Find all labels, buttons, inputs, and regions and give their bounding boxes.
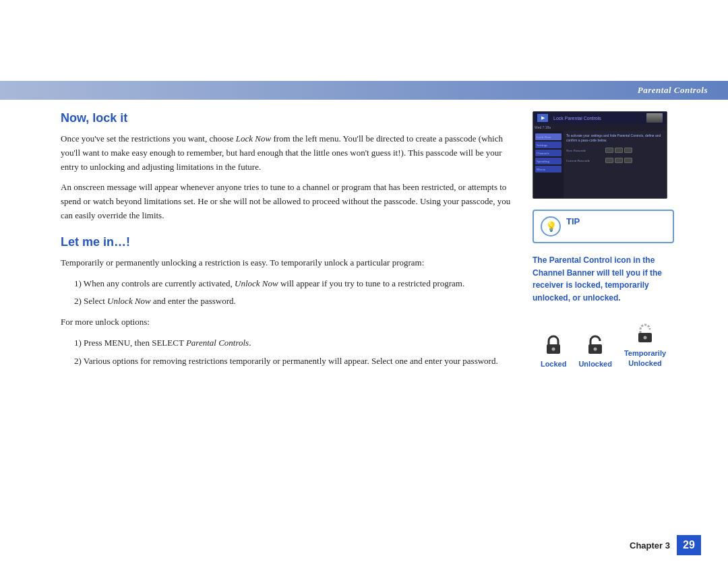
passcode-box bbox=[615, 148, 623, 153]
header-bar: Parental Controls bbox=[0, 81, 728, 100]
section-now-lock-it: Now, lock it Once you've set the restric… bbox=[61, 111, 512, 223]
passcode-box bbox=[624, 148, 632, 153]
tip-text-emphasis: The Parental Control icon in the Channel… bbox=[533, 255, 662, 303]
sidebar-item-locknow: Lock Now bbox=[535, 133, 562, 140]
screenshot-field-boxes1 bbox=[605, 148, 632, 153]
unlocked-label: Unlocked bbox=[578, 360, 612, 368]
screenshot-logo: ▶ bbox=[537, 114, 548, 122]
for-more-text: For more unlock options: bbox=[61, 315, 512, 330]
temp-unlocked-label: TemporarilyUnlocked bbox=[624, 348, 666, 368]
passcode-box bbox=[605, 158, 613, 163]
header-title: Parental Controls bbox=[638, 85, 708, 96]
screenshot-topbar-text: Lock Parental Controls bbox=[553, 116, 601, 121]
section2-intro: Temporarily or permanently unlocking a r… bbox=[61, 256, 512, 270]
section-let-me-in: Let me in…! Temporarily or permanently u… bbox=[61, 235, 512, 369]
screenshot-field-row2: Current Passcode bbox=[566, 158, 664, 163]
locked-icon bbox=[541, 333, 566, 357]
list-num: 1) bbox=[74, 278, 84, 288]
page-number: 29 bbox=[683, 539, 695, 551]
sidebar-item-movie: Movie bbox=[535, 166, 562, 173]
screenshot-instruction: To activate your settings and hide Paren… bbox=[566, 133, 664, 143]
section2-list2: 1) Press MENU, then SELECT Parental Cont… bbox=[74, 336, 512, 369]
screenshot-date: Wed 7:18a bbox=[533, 124, 667, 131]
screenshot-sidebar: Lock Now Settings Channels Spending Movi… bbox=[533, 131, 564, 198]
screenshot-field-label1: New Passcode bbox=[566, 149, 603, 152]
tip-icon: 💡 bbox=[541, 216, 561, 237]
sidebar-item-settings: Settings bbox=[535, 142, 562, 148]
screenshot-body: Lock Now Settings Channels Spending Movi… bbox=[533, 131, 667, 198]
tip-box: 💡 TIP bbox=[533, 210, 674, 243]
list-num: 1) bbox=[74, 338, 84, 348]
tip-label: TIP bbox=[566, 216, 580, 226]
content-area: Now, lock it Once you've set the restric… bbox=[61, 111, 674, 508]
passcode-box bbox=[615, 158, 623, 163]
svg-point-1 bbox=[552, 347, 555, 350]
list-item: 1) When any controls are currently activ… bbox=[74, 277, 512, 291]
screenshot-field-boxes2 bbox=[605, 158, 632, 163]
list-num: 2) bbox=[74, 296, 84, 306]
screenshot-inner: ▶ Lock Parental Controls Wed 7:18a Lock … bbox=[533, 112, 667, 198]
section2-heading: Let me in…! bbox=[61, 235, 512, 249]
locked-label: Locked bbox=[541, 360, 567, 368]
temp-unlocked-icon-item: TemporarilyUnlocked bbox=[624, 321, 666, 368]
screenshot-main: To activate your settings and hide Paren… bbox=[564, 131, 667, 198]
section1-para2: An onscreen message will appear whenever… bbox=[61, 181, 512, 222]
page-number-box: 29 bbox=[677, 535, 701, 555]
screenshot-field-row1: New Passcode bbox=[566, 148, 664, 153]
section1-heading: Now, lock it bbox=[61, 111, 512, 125]
right-column: ▶ Lock Parental Controls Wed 7:18a Lock … bbox=[533, 111, 674, 508]
temp-unlocked-icon bbox=[633, 321, 657, 346]
unlocked-icon-item: Unlocked bbox=[578, 333, 612, 368]
svg-point-5 bbox=[644, 336, 647, 340]
tip-text: The Parental Control icon in the Channel… bbox=[533, 254, 674, 304]
chapter-word: Chapter bbox=[630, 540, 663, 551]
lightbulb-icon: 💡 bbox=[545, 221, 557, 232]
list-item: 2) Various options for removing restrict… bbox=[74, 354, 512, 369]
bottom-bar: Chapter 3 29 bbox=[0, 528, 728, 562]
unlocked-icon bbox=[583, 333, 607, 357]
locked-icon-item: Locked bbox=[541, 333, 567, 368]
section2-list1: 1) When any controls are currently activ… bbox=[74, 277, 512, 309]
passcode-box bbox=[605, 148, 613, 153]
chapter-number: 3 bbox=[665, 540, 670, 551]
chapter-label: Chapter 3 bbox=[630, 540, 670, 551]
screenshot-topbar: ▶ Lock Parental Controls bbox=[533, 112, 667, 124]
list-item: 2) Select Unlock Now and enter the passw… bbox=[74, 294, 512, 309]
left-column: Now, lock it Once you've set the restric… bbox=[61, 111, 512, 508]
section1-para1: Once you've set the restrictions you wan… bbox=[61, 132, 512, 174]
svg-point-3 bbox=[594, 347, 597, 350]
screenshot-box: ▶ Lock Parental Controls Wed 7:18a Lock … bbox=[533, 111, 667, 199]
sidebar-item-channels: Channels bbox=[535, 150, 562, 156]
lock-icons-row: Locked Unlocked TemporarilyUnlocked bbox=[533, 321, 674, 368]
passcode-box bbox=[624, 158, 632, 163]
sidebar-item-spending: Spending bbox=[535, 158, 562, 164]
screenshot-field-label2: Current Passcode bbox=[566, 159, 603, 162]
list-item: 1) Press MENU, then SELECT Parental Cont… bbox=[74, 336, 512, 350]
list-num: 2) bbox=[74, 356, 84, 366]
